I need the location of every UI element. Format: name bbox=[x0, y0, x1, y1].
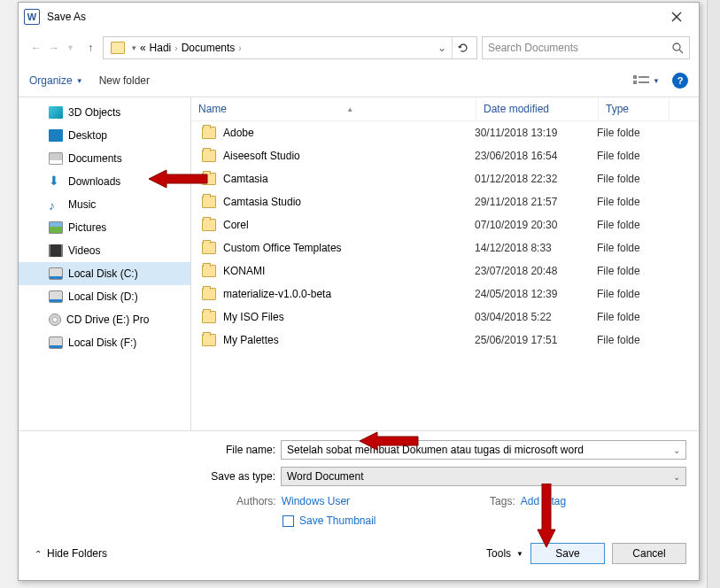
tags-value[interactable]: Add a tag bbox=[521, 495, 566, 507]
search-icon bbox=[672, 43, 684, 54]
search-input[interactable]: Search Documents bbox=[482, 36, 690, 59]
table-row[interactable]: My ISO Files03/04/2018 5:22File folde bbox=[191, 306, 699, 329]
folder-icon bbox=[111, 42, 125, 54]
file-list[interactable]: Name ▴ Date modified Type Adobe30/11/201… bbox=[191, 97, 699, 430]
sidebar-item[interactable]: Videos bbox=[19, 239, 190, 262]
ico-disk-icon bbox=[49, 267, 63, 280]
cell-type: File folde bbox=[597, 150, 668, 162]
cancel-button[interactable]: Cancel bbox=[612, 543, 686, 564]
forward-button[interactable]: → bbox=[49, 42, 59, 54]
sidebar-item[interactable]: Pictures bbox=[19, 216, 190, 239]
chevron-down-icon[interactable]: ⌄ bbox=[673, 472, 680, 482]
table-row[interactable]: KONAMI23/07/2018 20:48File folde bbox=[191, 259, 699, 282]
cell-name: Corel bbox=[223, 219, 475, 231]
cell-name: Camtasia Studio bbox=[223, 196, 475, 208]
table-row[interactable]: Camtasia01/12/2018 22:32File folde bbox=[191, 167, 699, 190]
cell-date: 03/04/2018 5:22 bbox=[475, 311, 597, 323]
path-dropdown[interactable]: ⌄ bbox=[432, 42, 452, 54]
table-row[interactable]: Aiseesoft Studio23/06/2018 16:54File fol… bbox=[191, 144, 699, 167]
cell-date: 01/12/2018 22:32 bbox=[475, 173, 597, 185]
cell-date: 23/07/2018 20:48 bbox=[475, 265, 597, 277]
new-folder-button[interactable]: New folder bbox=[99, 74, 150, 87]
cell-name: My ISO Files bbox=[223, 311, 475, 323]
close-button[interactable] bbox=[660, 4, 693, 29]
cell-date: 07/10/2019 20:30 bbox=[475, 219, 597, 231]
ico-desktop-icon bbox=[49, 129, 63, 142]
view-mode-button[interactable]: ▼ bbox=[630, 74, 663, 88]
table-row[interactable]: Custom Office Templates14/12/2018 8:33Fi… bbox=[191, 236, 699, 259]
cell-type: File folde bbox=[597, 288, 668, 300]
sidebar-item[interactable]: Documents bbox=[19, 147, 190, 170]
ico-cd-icon bbox=[49, 313, 61, 326]
crumb-hadi[interactable]: Hadi bbox=[150, 42, 172, 54]
toolbar: Organize ▼ New folder ▼ ? bbox=[19, 65, 699, 97]
sidebar-item[interactable]: Music bbox=[19, 193, 190, 216]
sidebar-item-label: Downloads bbox=[68, 175, 120, 188]
folder-icon bbox=[202, 265, 216, 277]
cell-type: File folde bbox=[597, 334, 668, 346]
cell-name: KONAMI bbox=[223, 265, 475, 277]
list-view-icon bbox=[633, 75, 649, 86]
column-header-name[interactable]: Name ▴ bbox=[191, 97, 476, 120]
sidebar-item[interactable]: Local Disk (C:) bbox=[19, 262, 190, 285]
sidebar-item[interactable]: Local Disk (F:) bbox=[19, 331, 190, 354]
cell-type: File folde bbox=[597, 219, 668, 231]
refresh-button[interactable] bbox=[452, 37, 473, 58]
sidebar-item[interactable]: 3D Objects bbox=[19, 101, 190, 124]
svg-rect-5 bbox=[639, 76, 649, 78]
save-as-dialog: W Save As ← → ▼ ↑ ▾ « Hadi › Documents ›… bbox=[18, 2, 700, 581]
column-header-type[interactable]: Type bbox=[599, 97, 670, 120]
folder-icon bbox=[202, 127, 216, 139]
savetype-select[interactable]: Word Document ⌄ bbox=[281, 467, 686, 486]
filename-label: File name: bbox=[31, 444, 281, 456]
ico-down-icon bbox=[49, 175, 63, 188]
sidebar-tree[interactable]: 3D ObjectsDesktopDocumentsDownloadsMusic… bbox=[19, 97, 191, 430]
folder-icon bbox=[202, 334, 216, 346]
cell-date: 25/06/2019 17:51 bbox=[475, 334, 597, 346]
table-row[interactable]: materialize-v1.0.0-beta24/05/2018 12:39F… bbox=[191, 282, 699, 306]
chevron-down-icon[interactable]: ⌄ bbox=[673, 445, 680, 455]
content-pane: 3D ObjectsDesktopDocumentsDownloadsMusic… bbox=[19, 97, 699, 431]
authors-value[interactable]: Windows User bbox=[282, 495, 350, 507]
cell-type: File folde bbox=[597, 242, 668, 254]
crumb-prefix: « bbox=[140, 42, 146, 54]
chevron-right-icon: › bbox=[238, 43, 241, 53]
ico-disk-icon bbox=[49, 290, 63, 303]
authors-label: Authors: bbox=[236, 495, 276, 507]
sidebar-item-label: Local Disk (F:) bbox=[68, 337, 136, 349]
breadcrumb-bar[interactable]: ▾ « Hadi › Documents › ⌄ bbox=[103, 36, 477, 59]
cell-type: File folde bbox=[597, 196, 668, 208]
chevron-right-icon: › bbox=[174, 43, 177, 53]
folder-icon bbox=[202, 196, 216, 208]
chevron-down-icon: ▼ bbox=[516, 550, 523, 558]
table-row[interactable]: My Palettes25/06/2019 17:51File folde bbox=[191, 329, 699, 352]
table-row[interactable]: Adobe30/11/2018 13:19File folde bbox=[191, 121, 699, 144]
cell-date: 23/06/2018 16:54 bbox=[475, 150, 597, 162]
sidebar-item[interactable]: CD Drive (E:) Pro bbox=[19, 308, 190, 331]
svg-line-3 bbox=[679, 50, 683, 53]
table-row[interactable]: Camtasia Studio29/11/2018 21:57File fold… bbox=[191, 190, 699, 213]
cell-type: File folde bbox=[597, 311, 668, 323]
tools-menu[interactable]: Tools ▼ bbox=[486, 547, 523, 560]
hide-folders-toggle[interactable]: ⌃ Hide Folders bbox=[35, 547, 107, 560]
save-button[interactable]: Save bbox=[530, 543, 605, 564]
column-header-date[interactable]: Date modified bbox=[476, 97, 599, 120]
sidebar-item[interactable]: Desktop bbox=[19, 124, 190, 147]
cell-name: My Palettes bbox=[223, 334, 475, 346]
up-button[interactable]: ↑ bbox=[82, 42, 98, 54]
back-button[interactable]: ← bbox=[31, 42, 42, 54]
history-dropdown[interactable]: ▼ bbox=[66, 43, 74, 52]
cell-date: 24/05/2018 12:39 bbox=[475, 288, 597, 300]
save-thumbnail-label[interactable]: Save Thumbnail bbox=[299, 514, 376, 527]
sidebar-item[interactable]: Downloads bbox=[19, 170, 190, 193]
help-button[interactable]: ? bbox=[672, 73, 688, 89]
crumb-documents[interactable]: Documents bbox=[182, 42, 236, 54]
sidebar-item-label: Documents bbox=[68, 152, 122, 165]
filename-input[interactable]: Setelah sobat membuat Dokumen atau tugas… bbox=[281, 440, 686, 460]
save-thumbnail-checkbox[interactable] bbox=[283, 515, 294, 527]
table-row[interactable]: Corel07/10/2019 20:30File folde bbox=[191, 213, 699, 236]
bottom-panel: File name: Setelah sobat membuat Dokumen… bbox=[19, 431, 699, 580]
organize-menu[interactable]: Organize ▼ bbox=[29, 74, 83, 87]
list-header[interactable]: Name ▴ Date modified Type bbox=[191, 97, 699, 121]
sidebar-item[interactable]: Local Disk (D:) bbox=[19, 285, 190, 308]
